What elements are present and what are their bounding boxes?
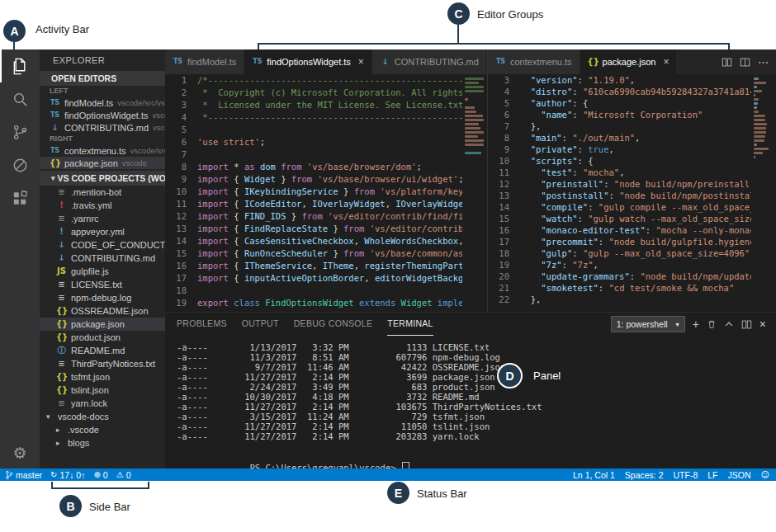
editor-right[interactable]: 3 "version": "1.19.0",4 "distro": "610ca…: [488, 74, 776, 312]
file-tree-item[interactable]: ≡npm-debug.log: [40, 291, 165, 304]
file-type-icon: ⓘ: [56, 346, 67, 355]
status-bar: master↻17↓ 0↑⊗0⚠0 Ln 1, Col 1Spaces: 2UT…: [0, 468, 776, 481]
status-item[interactable]: ↻17↓ 0↑: [50, 470, 85, 480]
open-editor-item[interactable]: ↓CONTRIBUTING.mdvscode: [40, 121, 165, 134]
terminal[interactable]: -a---- 1/13/2017 3:32 PM 1133 LICENSE.tx…: [165, 336, 776, 468]
code-text: "test": "mocha",: [520, 167, 624, 178]
file-tree-item[interactable]: ↓CODE_OF_CONDUCT.md: [40, 238, 165, 252]
token: 'use strict': [197, 137, 260, 147]
file-tree-item[interactable]: ⓘREADME.md: [40, 344, 165, 357]
debug-icon[interactable]: [0, 148, 40, 181]
file-tree-item[interactable]: ≡.mention-bot: [40, 186, 165, 199]
file-name: .yarnrc: [71, 214, 99, 224]
file-tree-item[interactable]: !appveyor.yml: [40, 225, 165, 238]
minimap-right[interactable]: [751, 74, 776, 312]
annotation-a-label: Activity Bar: [35, 23, 89, 35]
folder-item[interactable]: ▸.vscode: [40, 423, 165, 436]
folder-item[interactable]: ▾vscode-docs: [40, 410, 165, 423]
search-icon[interactable]: [0, 82, 40, 115]
file-type-icon: !: [56, 201, 67, 210]
plus-icon[interactable]: +: [693, 318, 699, 331]
file-tree-item[interactable]: {}package.json: [40, 318, 165, 331]
status-item[interactable]: ⊗0: [93, 470, 107, 480]
token: [520, 260, 541, 270]
file-tree-item[interactable]: ≡.yarnrc: [40, 212, 165, 225]
extensions-icon[interactable]: [0, 181, 40, 214]
workspace-header[interactable]: ▾ VS CODE PROJECTS (WORKSPACE): [40, 171, 165, 186]
editor-tab[interactable]: TSfindOptionsWidget.ts×: [244, 49, 372, 74]
file-tree-item[interactable]: ≡LICENSE.txt: [40, 278, 165, 291]
editor-tab[interactable]: ↓CONTRIBUTING.md: [372, 49, 487, 74]
terminal-line: -a---- 11/27/2017 2:14 PM 103675 ThirdPa…: [177, 402, 776, 412]
code-line: 16import { IThemeService, ITheme, regist…: [165, 260, 487, 272]
minimap-line: [465, 123, 479, 125]
token: "private": [531, 144, 578, 154]
file-tree-item[interactable]: ≡ThirdPartyNotices.txt: [40, 357, 165, 370]
open-editor-item[interactable]: {}package.jsonvscode: [40, 157, 165, 169]
panel-action-icons: +×: [693, 318, 766, 331]
trash-icon[interactable]: [707, 319, 717, 329]
terminal-selector-value: 1: powershell: [617, 319, 668, 329]
status-item[interactable]: ☺: [761, 470, 769, 479]
file-tree-item[interactable]: ≡yarn.lock: [40, 397, 165, 410]
status-item[interactable]: master: [5, 470, 42, 480]
open-editor-item[interactable]: TScontextmenu.tsvscode/src...: [40, 144, 165, 157]
status-item[interactable]: JSON: [728, 470, 751, 480]
close-icon[interactable]: ×: [663, 56, 669, 68]
status-item[interactable]: Ln 1, Col 1: [573, 470, 615, 480]
editor-tab[interactable]: {}package.json×: [580, 49, 678, 74]
terminal-selector[interactable]: 1: powershell ▾: [611, 316, 685, 332]
minimap-line: [754, 144, 757, 146]
panel-tab-terminal[interactable]: TERMINAL: [387, 313, 433, 336]
settings-gear-icon[interactable]: ⚙: [0, 444, 40, 462]
minimap-left[interactable]: [462, 74, 487, 312]
file-tree-item[interactable]: {}tsfmt.json: [40, 370, 165, 384]
status-item[interactable]: Spaces: 2: [625, 470, 664, 480]
file-tree-item[interactable]: {}product.json: [40, 331, 165, 344]
panel-tab-problems[interactable]: PROBLEMS: [177, 313, 227, 336]
status-item[interactable]: ⚠0: [116, 470, 131, 480]
token: ;: [417, 162, 422, 172]
layout-icon[interactable]: [740, 57, 750, 68]
token: import: [197, 199, 229, 209]
panel-tab-output[interactable]: OUTPUT: [242, 313, 279, 336]
file-tree-item[interactable]: !.travis.yml: [40, 199, 165, 212]
file-tree-item[interactable]: {}OSSREADME.json: [40, 304, 165, 318]
open-editors-header[interactable]: OPEN EDITORS: [40, 71, 165, 86]
more-icon[interactable]: ⋯: [758, 56, 769, 68]
split-icon[interactable]: [741, 319, 752, 330]
panel-tab-debug-console[interactable]: DEBUG CONSOLE: [294, 313, 373, 336]
chevron-up-icon[interactable]: [724, 319, 734, 329]
line-number: 10: [488, 155, 509, 167]
close-icon[interactable]: ×: [358, 56, 364, 68]
file-type-icon: TS: [173, 59, 183, 65]
close-icon[interactable]: ×: [759, 318, 766, 331]
status-text: 0: [126, 470, 131, 480]
folder-item[interactable]: ▸blogs: [40, 436, 165, 450]
editor-tab[interactable]: TSfindModel.ts: [165, 49, 244, 74]
token: ,: [594, 260, 599, 270]
token: },: [520, 294, 541, 304]
open-editor-item[interactable]: TSfindModel.tsvscode/src/vs/...: [40, 97, 165, 109]
token: from: [281, 162, 301, 172]
source-control-icon[interactable]: [0, 115, 40, 148]
status-item[interactable]: LF: [707, 470, 717, 480]
line-number: 7: [488, 120, 509, 132]
split-icon[interactable]: [722, 57, 732, 68]
status-item[interactable]: UTF-8: [674, 470, 698, 480]
file-tree-item[interactable]: JSgulpfile.js: [40, 265, 165, 278]
token: RunOnceScheduler: [244, 248, 328, 258]
token: "7z": [572, 260, 593, 270]
line-number: 13: [165, 223, 187, 235]
editor-left[interactable]: 1/*-------------------------------------…: [165, 74, 487, 312]
open-editor-item[interactable]: TSfindOptionsWidget.tsvsco...: [40, 109, 165, 121]
chevron-down-icon: ▾: [51, 171, 55, 186]
line-number: 9: [488, 144, 509, 155]
file-tree-item[interactable]: {}tslint.json: [40, 384, 165, 397]
code-line: 4 "distro": "610ca6990cab94b59284327a374…: [488, 86, 776, 97]
file-tree-item[interactable]: ↓CONTRIBUTING.md: [40, 252, 165, 265]
editor-tab[interactable]: TScontextmenu.ts: [488, 49, 580, 74]
line-number: 4: [165, 111, 187, 124]
code-line: 10import { IKeybindingService } from 'vs…: [165, 186, 487, 198]
explorer-icon[interactable]: [0, 49, 40, 82]
